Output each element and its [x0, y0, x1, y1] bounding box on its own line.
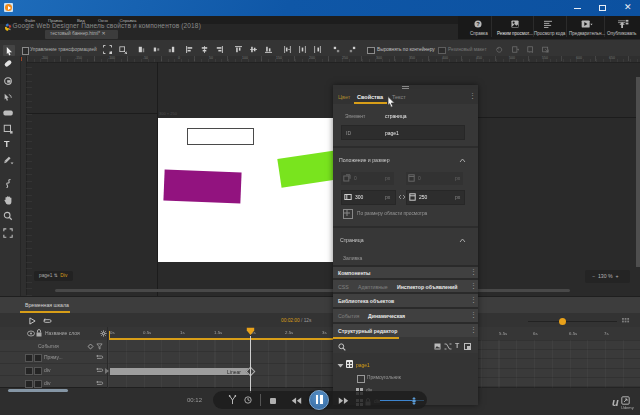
svg-text:?: ? [476, 21, 480, 27]
